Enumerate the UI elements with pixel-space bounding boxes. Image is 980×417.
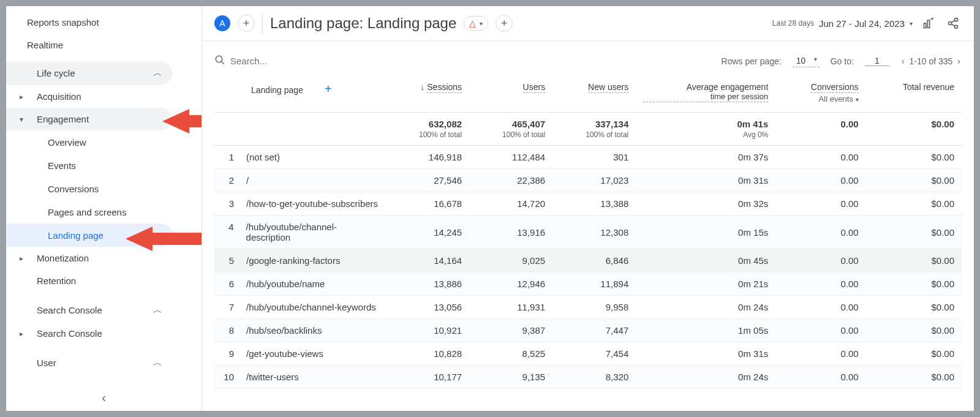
row-avg-engagement: 0m 24s	[636, 366, 775, 389]
row-index: 6	[222, 279, 246, 289]
search-console-section-label: Search Console	[27, 305, 153, 315]
add-comparison-button[interactable]: +	[238, 15, 255, 32]
customize-report-icon[interactable]	[920, 15, 937, 32]
table-row[interactable]: 5/google-ranking-factors 14,164 9,025 6,…	[214, 249, 962, 272]
row-new-users: 9,958	[552, 296, 636, 319]
row-avg-engagement: 0m 31s	[636, 169, 775, 192]
divider	[262, 12, 263, 34]
row-index: 7	[222, 302, 246, 312]
goto-input[interactable]	[865, 56, 889, 66]
pager-prev-icon[interactable]: ‹	[900, 56, 906, 66]
rows-per-page-select[interactable]: 10	[793, 54, 820, 67]
nav-section-life-cycle[interactable]: Life cycle ︿	[6, 61, 172, 85]
nav-acquisition[interactable]: ▸ Acquisition	[6, 85, 172, 108]
row-new-users: 7,447	[552, 319, 636, 342]
row-index: 3	[222, 198, 246, 209]
chevron-up-icon: ︿	[153, 357, 162, 369]
share-icon[interactable]	[944, 15, 962, 32]
pager: ‹ 1-10 of 335 ›	[900, 56, 962, 66]
col-avg-engagement-l1[interactable]: Average engagement	[687, 82, 769, 92]
data-quality-badge[interactable]: △ ▾	[464, 16, 488, 31]
row-new-users: 11,894	[552, 272, 636, 296]
table-row[interactable]: 7/hub/youtube/channel-keywords 13,056 11…	[214, 296, 962, 319]
row-revenue: $0.00	[866, 146, 962, 169]
nav-reports-snapshot[interactable]: Reports snapshot	[6, 11, 172, 34]
pager-next-icon[interactable]: ›	[956, 56, 962, 66]
main: A + Landing page: Landing page △ ▾ + Las…	[202, 6, 974, 411]
col-conversions[interactable]: Conversions	[811, 82, 859, 93]
avatar[interactable]: A	[214, 15, 230, 31]
table-row[interactable]: 1(not set) 146,918 112,484 301 0m 37s 0.…	[214, 146, 962, 169]
date-range-picker[interactable]: Last 28 days Jun 27 - Jul 24, 2023 ▾	[772, 18, 913, 29]
monetization-label: Monetization	[27, 253, 162, 263]
table-row[interactable]: 8/hub/seo/backlinks 10,921 9,387 7,447 1…	[214, 319, 962, 342]
acquisition-label: Acquisition	[27, 91, 162, 102]
table-row[interactable]: 9/get-youtube-views 10,828 8,525 7,454 0…	[214, 342, 962, 366]
chevron-right-icon: ▸	[16, 254, 27, 263]
nav-retention[interactable]: Retention	[6, 269, 172, 292]
col-avg-engagement-l2[interactable]: time per session	[643, 92, 768, 102]
table-row[interactable]: 10/twitter-users 10,177 9,135 8,320 0m 2…	[214, 366, 962, 389]
nav-realtime[interactable]: Realtime	[6, 34, 172, 56]
collapse-sidebar-icon[interactable]: ‹	[102, 391, 106, 405]
total-new-users-pct: 100% of total	[560, 129, 628, 143]
svg-marker-0	[162, 109, 202, 133]
annotation-arrow-landing-page	[126, 225, 202, 252]
row-conversions: 0.00	[775, 169, 865, 192]
pager-range-text: 1-10 of 335	[909, 56, 952, 66]
nav-search-console[interactable]: ▸ Search Console	[6, 322, 172, 345]
rows-per-page-label: Rows per page:	[722, 56, 782, 66]
table-row[interactable]: 3/how-to-get-youtube-subscribers 16,678 …	[214, 192, 962, 216]
nav-section-search-console[interactable]: Search Console ︿	[6, 298, 172, 322]
table-row[interactable]: 2/ 27,546 22,386 17,023 0m 31s 0.00 $0.0…	[214, 169, 962, 192]
report-table: Landing page + ↓Sessions Users New users…	[214, 73, 962, 389]
table-row[interactable]: 4/hub/youtube/channel-description 14,245…	[214, 216, 962, 249]
nav-engagement-conversions[interactable]: Conversions	[6, 177, 172, 200]
search-console-item-label: Search Console	[27, 328, 162, 339]
row-conversions: 0.00	[775, 192, 865, 216]
warning-triangle-icon: △	[469, 18, 476, 28]
annotation-arrow-engagement	[162, 108, 202, 135]
row-new-users: 17,023	[552, 169, 636, 192]
row-avg-engagement: 0m 31s	[636, 342, 775, 366]
table-row[interactable]: 6/hub/youtube/name 13,886 12,946 11,894 …	[214, 272, 962, 296]
add-button[interactable]: +	[496, 15, 513, 32]
row-conversions: 0.00	[775, 146, 865, 169]
date-prefix: Last 28 days	[772, 19, 814, 28]
engagement-label: Engagement	[27, 114, 162, 124]
search-input[interactable]	[230, 56, 353, 66]
add-dimension-button[interactable]: +	[325, 82, 332, 96]
row-conversions: 0.00	[775, 319, 865, 342]
svg-rect-3	[927, 20, 929, 28]
nav-engagement-overview[interactable]: Overview	[6, 130, 172, 154]
row-conversions: 0.00	[775, 296, 865, 319]
col-new-users[interactable]: New users	[588, 82, 628, 93]
conversions-filter[interactable]: All events	[819, 94, 853, 103]
total-revenue: $0.00	[931, 119, 954, 129]
row-avg-engagement: 0m 32s	[636, 192, 775, 216]
col-sessions[interactable]: Sessions	[427, 82, 462, 93]
row-revenue: $0.00	[866, 272, 962, 296]
nav-engagement[interactable]: ▾ Engagement	[6, 108, 172, 130]
total-new-users: 337,134	[595, 119, 628, 129]
col-total-revenue[interactable]: Total revenue	[903, 82, 954, 92]
row-revenue: $0.00	[866, 319, 962, 342]
row-sessions: 10,828	[386, 342, 469, 366]
svg-line-10	[221, 61, 224, 64]
row-avg-engagement: 0m 37s	[636, 146, 775, 169]
nav-section-user[interactable]: User ︿	[6, 351, 172, 375]
nav-engagement-pages-screens[interactable]: Pages and screens	[6, 200, 172, 224]
life-cycle-label: Life cycle	[27, 68, 153, 78]
col-landing-page[interactable]: Landing page	[251, 85, 303, 95]
col-users[interactable]: Users	[523, 82, 546, 93]
chevron-up-icon: ︿	[153, 67, 162, 79]
row-users: 12,946	[469, 272, 552, 296]
row-landing-page: /hub/youtube/channel-keywords	[246, 302, 376, 312]
row-index: 10	[222, 372, 246, 382]
nav-engagement-events[interactable]: Events	[6, 154, 172, 177]
row-new-users: 12,308	[552, 216, 636, 249]
row-revenue: $0.00	[866, 192, 962, 216]
svg-point-6	[955, 25, 958, 28]
row-users: 9,135	[469, 366, 552, 389]
row-revenue: $0.00	[866, 366, 962, 389]
